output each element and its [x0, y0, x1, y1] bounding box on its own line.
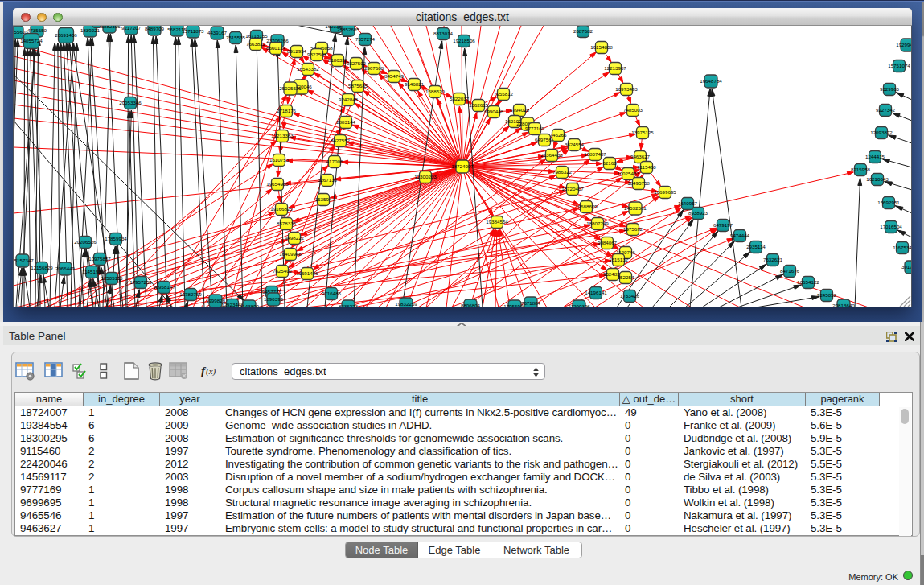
svg-text:17859934: 17859934 — [105, 236, 127, 241]
svg-text:8215958: 8215958 — [851, 167, 871, 172]
svg-text:17016504: 17016504 — [880, 224, 902, 229]
svg-text:20206526: 20206526 — [74, 239, 97, 245]
svg-text:2803144: 2803144 — [336, 119, 356, 125]
svg-text:9327503: 9327503 — [307, 51, 327, 57]
svg-text:3267130: 3267130 — [318, 177, 338, 183]
svg-text:1145193: 1145193 — [82, 269, 101, 274]
svg-text:9146821: 9146821 — [405, 81, 425, 87]
svg-text:12300203: 12300203 — [414, 174, 437, 179]
svg-text:1588520: 1588520 — [425, 89, 446, 94]
svg-text:7632621: 7632621 — [763, 257, 783, 262]
svg-text:6990448: 6990448 — [484, 109, 504, 114]
svg-text:7357274: 7357274 — [355, 36, 376, 42]
svg-text:12093872: 12093872 — [870, 130, 893, 135]
svg-text:62160: 62160 — [602, 160, 617, 166]
svg-text:9327502: 9327502 — [347, 60, 367, 66]
svg-text:1362615: 1362615 — [469, 102, 489, 108]
svg-text:5322037: 5322037 — [450, 96, 470, 101]
svg-text:13975125: 13975125 — [631, 130, 654, 135]
svg-text:10688609: 10688609 — [575, 204, 598, 209]
svg-text:21200396: 21200396 — [568, 303, 590, 307]
svg-text:25711873: 25711873 — [182, 28, 204, 34]
svg-text:4143890: 4143890 — [240, 303, 260, 307]
svg-text:15157347: 15157347 — [14, 257, 34, 263]
svg-text:15692951: 15692951 — [877, 200, 900, 205]
svg-text:1890399: 1890399 — [264, 296, 284, 302]
svg-text:153594: 153594 — [315, 196, 332, 202]
svg-text:1733426: 1733426 — [620, 293, 640, 299]
svg-text:7671884: 7671884 — [521, 300, 541, 306]
svg-text:24532561: 24532561 — [624, 205, 647, 211]
svg-text:9217207: 9217207 — [121, 26, 142, 31]
svg-text:19299464: 19299464 — [896, 42, 911, 47]
svg-text:12505115: 12505115 — [101, 275, 123, 281]
svg-text:8427552: 8427552 — [331, 138, 351, 143]
svg-text:25025631: 25025631 — [279, 85, 302, 91]
svg-text:12213363: 12213363 — [271, 133, 294, 138]
svg-text:16543382: 16543382 — [297, 66, 319, 72]
svg-text:1167534: 1167534 — [893, 245, 911, 250]
svg-text:19218506: 19218506 — [453, 38, 475, 43]
svg-text:9498222: 9498222 — [285, 235, 305, 241]
svg-text:8938923: 8938923 — [688, 210, 708, 216]
svg-text:14055724: 14055724 — [20, 38, 43, 43]
svg-text:19384554: 19384554 — [486, 219, 508, 225]
svg-text:25852685: 25852685 — [337, 27, 359, 32]
svg-text:16154808: 16154808 — [590, 44, 613, 50]
svg-text:4439167: 4439167 — [207, 30, 228, 35]
svg-text:15751074: 15751074 — [888, 63, 910, 68]
svg-text:746266: 746266 — [550, 132, 567, 138]
svg-text:20691406: 20691406 — [55, 32, 77, 38]
svg-text:7515535: 7515535 — [226, 35, 246, 40]
svg-text:21364436: 21364436 — [540, 152, 563, 158]
svg-text:8489709: 8489709 — [145, 26, 165, 31]
svg-text:6794028: 6794028 — [510, 107, 530, 113]
svg-text:1244415: 1244415 — [865, 154, 885, 159]
svg-text:2967608: 2967608 — [364, 65, 384, 71]
svg-text:9463627: 9463627 — [630, 154, 651, 159]
svg-text:4735650: 4735650 — [27, 27, 47, 33]
svg-text:18495758: 18495758 — [627, 180, 650, 186]
svg-text:8912954: 8912954 — [287, 48, 307, 54]
svg-text:9474444: 9474444 — [730, 233, 750, 238]
svg-text:2066449: 2066449 — [55, 266, 76, 271]
svg-text:8806804: 8806804 — [461, 303, 481, 307]
svg-text:15720407: 15720407 — [561, 186, 584, 192]
svg-text:3624554: 3624554 — [565, 142, 585, 147]
svg-text:2718176: 2718176 — [277, 108, 297, 113]
svg-text:19832259: 19832259 — [395, 301, 417, 307]
svg-text:10973493: 10973493 — [615, 86, 638, 92]
svg-text:1640957: 1640957 — [678, 200, 698, 206]
svg-text:7986322: 7986322 — [552, 169, 573, 175]
svg-text:7625402: 7625402 — [273, 268, 293, 274]
svg-text:11691446: 11691446 — [296, 270, 318, 276]
svg-text:8454749: 8454749 — [384, 73, 405, 79]
svg-text:1839221: 1839221 — [80, 27, 101, 33]
svg-text:12156829: 12156829 — [31, 265, 53, 270]
svg-text:9329965: 9329965 — [880, 86, 900, 92]
svg-text:2935114: 2935114 — [746, 244, 766, 249]
svg-text:8578335: 8578335 — [277, 220, 297, 226]
svg-text:16648784: 16648784 — [700, 78, 722, 84]
svg-text:8660124: 8660124 — [266, 45, 286, 51]
svg-text:3917183: 3917183 — [901, 264, 911, 270]
svg-text:20053346: 20053346 — [119, 100, 142, 105]
svg-text:18807249: 18807249 — [586, 220, 609, 226]
svg-text:(x): (x) — [206, 366, 216, 377]
svg-text:25882305: 25882305 — [98, 26, 121, 29]
svg-text:417006: 417006 — [326, 159, 343, 164]
svg-text:6479197: 6479197 — [713, 222, 733, 228]
svg-text:9227342: 9227342 — [876, 107, 896, 113]
svg-text:9245052: 9245052 — [817, 292, 837, 298]
svg-text:5875685: 5875685 — [348, 83, 368, 89]
svg-text:7663822: 7663822 — [246, 41, 266, 47]
svg-text:8336273: 8336273 — [339, 303, 359, 307]
svg-text:12213967: 12213967 — [604, 65, 626, 71]
svg-text:10025433: 10025433 — [617, 171, 639, 176]
svg-text:10699695: 10699695 — [654, 189, 676, 195]
svg-text:10975857: 10975857 — [88, 256, 111, 262]
svg-text:9084067: 9084067 — [598, 240, 618, 245]
svg-text:16409948: 16409948 — [279, 251, 302, 257]
svg-text:9242848: 9242848 — [339, 97, 359, 102]
svg-text:9115460: 9115460 — [637, 164, 656, 170]
